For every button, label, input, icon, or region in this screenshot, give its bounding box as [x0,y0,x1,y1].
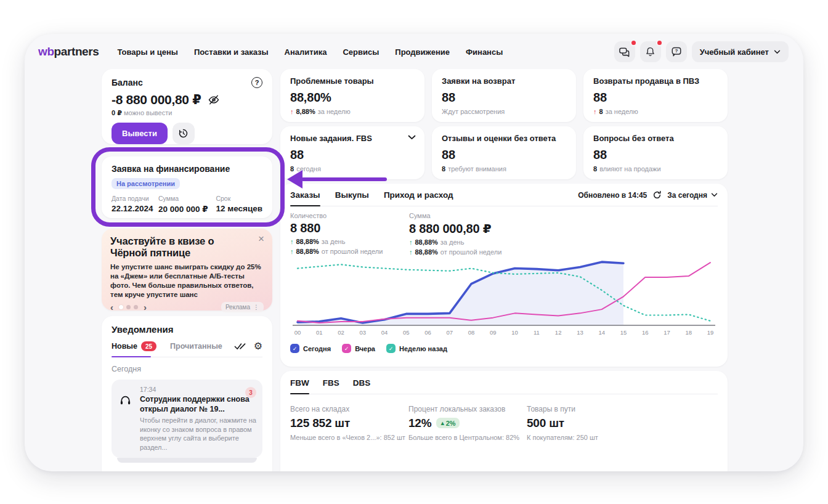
card-delta: 8 [593,165,597,173]
card-subtext: Ждут рассмотрения [442,108,505,115]
svg-text:14: 14 [598,329,605,336]
orders-panel: Заказы Выкупы Приход и расход Обновлено … [280,184,728,367]
checkbox-checked-icon[interactable]: ✓ [386,344,396,353]
svg-text:09: 09 [490,329,497,336]
card-value: 88 [290,148,415,162]
card-return-requests[interactable]: Заявки на возврат 88 Ждут рассмотрения [432,69,576,122]
card-title: Возвраты продавца в ПВЗ [593,76,718,86]
tab-income-expense[interactable]: Приход и расход [384,190,453,200]
nav-item-finance[interactable]: Финансы [466,47,503,57]
card-delta: 8 [290,165,294,173]
notification-item[interactable]: 17:34 Сотрудник поддержки снова открыл д… [112,380,262,458]
nav-item-analytics[interactable]: Аналитика [285,47,327,57]
notification-time: 17:34 [140,386,261,393]
svg-text:12: 12 [555,329,562,336]
tab-new-label: Новые [112,342,137,351]
header-actions: ? Учебный кабинет [614,41,789,62]
ad-badge[interactable]: Реклама⋮ [221,302,264,312]
card-subtext: за неделю [606,108,638,115]
stock-total: Всего на складах 125 852 шт Меньше всего… [290,405,408,441]
up-arrow-green-icon: ↑ [290,238,294,245]
chevron-down-icon[interactable] [408,135,416,140]
tab-read[interactable]: Прочитанные [170,342,222,351]
tab-buyouts[interactable]: Выкупы [335,190,369,200]
refresh-icon[interactable] [652,190,662,200]
account-menu[interactable]: Учебный кабинет [692,41,789,62]
withdraw-button[interactable]: Вывести [112,123,168,144]
mark-all-read-icon[interactable] [234,342,246,351]
balance-help-icon[interactable]: ? [251,77,262,88]
quiz-title: Участвуйте в квизе о Чёрной пятнице [110,235,243,259]
history-icon [178,128,189,139]
close-icon[interactable]: × [258,234,264,244]
financing-request-card[interactable]: Заявка на финансирование На рассмотрении… [102,156,272,218]
support-button[interactable]: ? [666,41,687,62]
card-seller-returns[interactable]: Возвраты продавца в ПВЗ 88 ↑8за неделю [583,69,728,122]
card-unanswered-reviews[interactable]: Отзывы и оценки без ответа 88 8требуют в… [432,126,576,179]
tab-orders[interactable]: Заказы [290,190,320,200]
balance-title: Баланс [112,78,143,87]
account-label: Учебный кабинет [700,47,769,57]
period-dropdown[interactable]: За сегодня [667,191,718,200]
up-arrow-green-icon: ↑ [409,238,413,246]
tab-dbs[interactable]: DBS [353,378,371,388]
legend-today[interactable]: ✓Сегодня [290,344,331,353]
metric-sum: Сумма 8 880 000,80 ₽ ↑88,88%за день ↑88,… [409,212,528,256]
svg-text:02: 02 [338,329,344,336]
headset-icon [119,394,132,407]
up-arrow-red-icon: ↑ [593,108,597,115]
chart-legend: ✓Сегодня ✓Вчера ✓Неделю назад [290,344,718,353]
svg-text:?: ? [675,48,678,54]
chevron-down-icon [774,50,781,54]
stacked-cards-hint [117,458,257,463]
metric-label: Количество [290,212,409,219]
history-button[interactable] [172,123,195,144]
delta-value: 88,88% [415,238,438,246]
gear-icon[interactable]: ⚙ [254,341,262,351]
notifications-button[interactable] [640,41,661,62]
chat-unread-dot [630,39,637,46]
balance-available-amount: 0 ₽ [112,109,122,116]
card-value: 88,80% [290,91,415,105]
metric-value: 8 880 000,80 ₽ [409,221,528,236]
checkbox-checked-icon[interactable]: ✓ [290,344,299,353]
svg-text:13: 13 [577,329,583,336]
nav-item-promotion[interactable]: Продвижение [395,47,450,57]
stat-value: 125 852 шт [290,417,408,430]
help-bubble-icon: ? [671,46,682,57]
card-unanswered-questions[interactable]: Вопросы без ответа 88 8влияют на продажи [583,126,728,179]
delta-text: за день [440,238,465,246]
tab-fbs[interactable]: FBS [323,378,339,388]
carousel-dot[interactable] [134,305,138,309]
financing-date-value: 22.12.2024 [112,204,158,213]
nav-item-services[interactable]: Сервисы [343,47,379,57]
nav-item-goods[interactable]: Товары и цены [117,47,178,57]
svg-text:03: 03 [360,329,367,336]
tab-fbw[interactable]: FBW [290,378,309,388]
carousel-next-icon[interactable]: › [144,303,147,312]
warehouse-tabs: FBW FBS DBS [290,378,718,394]
svg-text:15: 15 [620,329,627,336]
carousel-dots [119,305,138,309]
card-problem-goods[interactable]: Проблемные товары 88,80% ↑8,88%за неделю [280,69,424,122]
financing-term-value: 12 месяцев [216,204,262,213]
delta-text: от прошлой недели [440,248,502,256]
quiz-body: Не упустите шанс выиграть скидку до 25% … [110,262,264,300]
legend-week-ago[interactable]: ✓Неделю назад [386,344,447,353]
checkbox-checked-icon[interactable]: ✓ [342,344,351,353]
wbpartners-logo[interactable]: wbpartners [38,45,99,59]
orders-line-chart[interactable]: 0001020304050607080910111213141516171819 [290,257,718,343]
chat-button[interactable] [614,41,635,62]
period-label: За сегодня [667,191,707,200]
carousel-dot[interactable] [126,305,131,309]
card-new-tasks-fbs[interactable]: Новые задания. FBS 88 8сегодня [280,126,424,179]
legend-yesterday[interactable]: ✓Вчера [342,344,375,353]
tab-new[interactable]: Новые 25 [112,341,156,351]
quiz-banner[interactable]: Участвуйте в квизе о Чёрной пятнице × Не… [102,229,272,311]
notification-item[interactable]: 17:21 Акция «Гонка за скидками: [112,470,262,471]
eye-off-icon[interactable] [208,94,220,106]
carousel-prev-icon[interactable]: ‹ [110,303,113,312]
carousel-dot[interactable] [119,305,123,309]
nav-item-supplies[interactable]: Поставки и заказы [194,47,269,57]
financing-term-label: Срок [216,195,262,202]
